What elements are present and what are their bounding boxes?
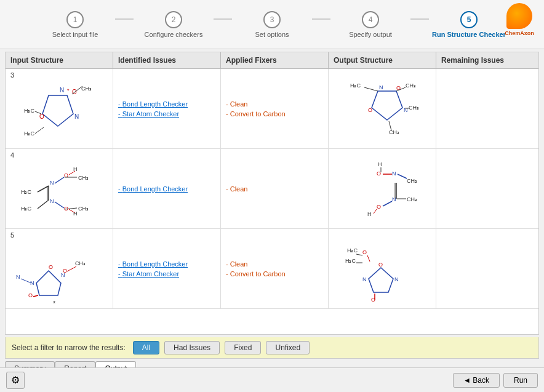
svg-text:H₃C: H₃C	[350, 82, 361, 89]
table-row: 5 N O N O *	[6, 229, 538, 309]
input-structure-3: 5 N O N O *	[6, 229, 113, 308]
fixer-clean-1[interactable]: Clean	[226, 100, 323, 108]
issue-bond-length-2[interactable]: Bond Length Checker	[118, 185, 215, 193]
input-mol-1: O N * N O CH₃ H₃C	[12, 74, 107, 145]
svg-text:H₃C: H₃C	[347, 247, 358, 254]
logo-text: ChemAxon	[505, 30, 534, 36]
svg-marker-61	[36, 271, 61, 295]
svg-text:CH₃: CH₃	[389, 129, 399, 135]
svg-line-9	[35, 111, 41, 114]
svg-marker-12	[372, 91, 402, 120]
svg-text:O: O	[64, 206, 68, 212]
svg-line-69	[67, 266, 76, 271]
svg-text:N: N	[60, 87, 64, 94]
svg-text:O: O	[377, 170, 381, 177]
wizard-step-3[interactable]: 3 Set options	[232, 11, 312, 38]
fixer-clean-2[interactable]: Clean	[226, 185, 323, 193]
output-structure-1: O N N O H₃C CH₃ CH₃	[329, 69, 436, 148]
svg-text:H: H	[73, 166, 78, 172]
svg-text:H₃C: H₃C	[345, 258, 356, 264]
run-button[interactable]: Run	[503, 373, 538, 388]
table-row: 4 H₃C H₃C N	[6, 149, 538, 229]
step-connector-4-5	[410, 18, 429, 20]
svg-text:H: H	[378, 161, 382, 167]
nav-buttons: ◄ Back Run	[453, 373, 538, 388]
col-issues: Identified Issues	[113, 52, 221, 68]
svg-line-66	[33, 295, 38, 297]
wizard-step-1[interactable]: 1 Select input file	[35, 11, 115, 38]
fixer-convert-1[interactable]: Convert to Carbon	[226, 110, 323, 118]
svg-text:*: *	[53, 300, 56, 305]
remaining-1	[436, 69, 538, 148]
svg-text:*: *	[67, 87, 70, 94]
filter-all-button[interactable]: All	[133, 341, 159, 354]
logo-image	[506, 3, 532, 29]
wizard-step-5[interactable]: 5 Run Structure Checker	[429, 11, 509, 38]
svg-text:H₃C: H₃C	[21, 189, 31, 195]
svg-marker-0	[42, 95, 73, 126]
results-table: Input Structure Identified Issues Applie…	[5, 52, 539, 335]
issues-2: Bond Length Checker	[113, 149, 221, 228]
svg-line-55	[383, 201, 392, 206]
remaining-2	[436, 149, 538, 228]
step-label-3: Set options	[255, 31, 289, 38]
issue-star-atom-1[interactable]: Star Atom Checker	[118, 110, 215, 118]
filter-bar: Select a filter to narrow the results: A…	[5, 337, 539, 359]
svg-line-26	[38, 186, 49, 192]
svg-text:N: N	[392, 196, 396, 202]
output-mol-1: O N N O H₃C CH₃ CH₃	[335, 74, 430, 145]
filter-had-issues-button[interactable]: Had Issues	[164, 341, 220, 354]
svg-text:O: O	[377, 204, 381, 210]
svg-line-32	[55, 177, 64, 183]
wizard-nav: 1 Select input file 2 Configure checkers…	[0, 0, 544, 49]
svg-text:H: H	[73, 210, 78, 217]
svg-text:CH₃: CH₃	[407, 178, 417, 184]
filter-label: Select a filter to narrow the results:	[12, 343, 126, 352]
step-circle-4: 4	[362, 11, 379, 28]
input-structure-2: 4 H₃C H₃C N	[6, 149, 113, 228]
svg-text:CH₃: CH₃	[75, 260, 86, 266]
issues-3: Bond Length Checker Star Atom Checker	[113, 229, 221, 308]
table-row: 3 O N * N	[6, 69, 538, 149]
svg-text:H: H	[367, 211, 372, 217]
output-structure-2: H O N CH₃	[329, 149, 436, 228]
output-structure-3: O N N O H₃C O H₃C	[329, 229, 436, 308]
fixer-convert-3[interactable]: Convert to Carbon	[226, 270, 323, 278]
wizard-step-2[interactable]: 2 Configure checkers	[134, 11, 214, 38]
svg-text:O: O	[368, 107, 372, 113]
svg-text:CH₃: CH₃	[407, 196, 417, 202]
svg-text:O: O	[362, 249, 367, 255]
svg-text:O: O	[63, 268, 67, 274]
svg-text:O: O	[28, 292, 33, 298]
input-mol-2: H₃C H₃C N O	[12, 154, 107, 225]
col-output: Output Structure	[329, 52, 436, 68]
step-label-2: Configure checkers	[145, 31, 203, 38]
step-circle-5: 5	[460, 11, 478, 28]
table-header: Input Structure Identified Issues Applie…	[6, 52, 538, 69]
gear-icon: ⚙	[11, 374, 20, 386]
settings-button[interactable]: ⚙	[6, 372, 25, 389]
filter-unfixed-button[interactable]: Unfixed	[266, 341, 310, 354]
wizard-step-4[interactable]: 4 Specify output	[330, 11, 410, 38]
svg-text:CH₃: CH₃	[406, 82, 416, 89]
svg-text:N: N	[74, 113, 79, 120]
filter-fixed-button[interactable]: Fixed	[225, 341, 261, 354]
svg-line-37	[55, 202, 64, 208]
svg-text:O: O	[378, 262, 383, 268]
bottom-bar: ⚙ ◄ Back Run	[0, 367, 544, 392]
output-mol-3: O N N O H₃C O H₃C	[335, 234, 430, 305]
back-button[interactable]: ◄ Back	[453, 373, 500, 388]
issue-bond-length-3[interactable]: Bond Length Checker	[118, 260, 215, 268]
issue-star-atom-3[interactable]: Star Atom Checker	[118, 270, 215, 278]
svg-text:CH₃: CH₃	[409, 105, 419, 111]
struct-num-3: 5	[10, 231, 14, 239]
svg-text:N: N	[362, 276, 367, 282]
remaining-3	[436, 229, 538, 308]
input-mol-3: N O N O * O CH₃	[12, 234, 107, 305]
struct-num-1: 3	[10, 71, 14, 79]
issue-bond-length-1[interactable]: Bond Length Checker	[118, 100, 215, 108]
fixers-1: Clean Convert to Carbon	[221, 69, 329, 148]
fixer-clean-3[interactable]: Clean	[226, 260, 323, 268]
struct-num-2: 4	[10, 151, 14, 159]
step-label-4: Specify output	[349, 31, 392, 38]
